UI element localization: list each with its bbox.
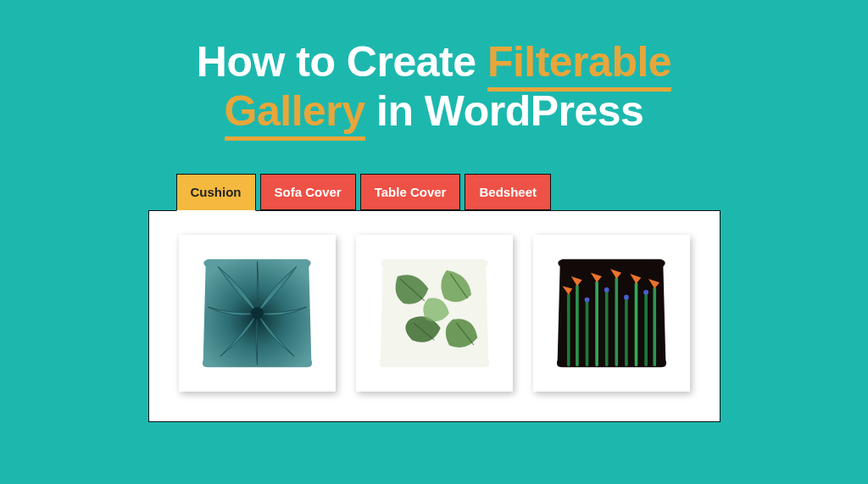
headline-highlight1: Filterable (487, 38, 671, 92)
svg-point-0 (251, 307, 264, 320)
filter-tabs: Cushion Sofa Cover Table Cover Bedsheet (148, 174, 721, 210)
headline-part3: in WordPress (365, 87, 644, 135)
headline-part1: How to Create (197, 38, 487, 86)
headline-highlight2: Gallery (225, 87, 365, 141)
svg-point-12 (604, 287, 609, 292)
tab-cushion[interactable]: Cushion (176, 174, 256, 211)
svg-point-11 (584, 298, 589, 303)
gallery-item[interactable] (533, 235, 690, 392)
page-title: How to Create Filterable Gallery in Word… (197, 38, 671, 136)
tab-sofa-cover[interactable]: Sofa Cover (260, 174, 356, 210)
tab-table-cover[interactable]: Table Cover (360, 174, 461, 210)
gallery-panel (148, 210, 721, 422)
gallery-item[interactable] (356, 235, 513, 392)
gallery-item[interactable] (179, 235, 336, 392)
cushion-agave-icon (196, 252, 319, 375)
svg-point-13 (624, 295, 629, 300)
filterable-gallery: Cushion Sofa Cover Table Cover Bedsheet (148, 174, 721, 422)
cushion-bird-of-paradise-icon (550, 252, 673, 375)
tab-bedsheet[interactable]: Bedsheet (465, 174, 551, 210)
cushion-tropical-icon (373, 252, 496, 375)
svg-point-14 (643, 290, 648, 295)
